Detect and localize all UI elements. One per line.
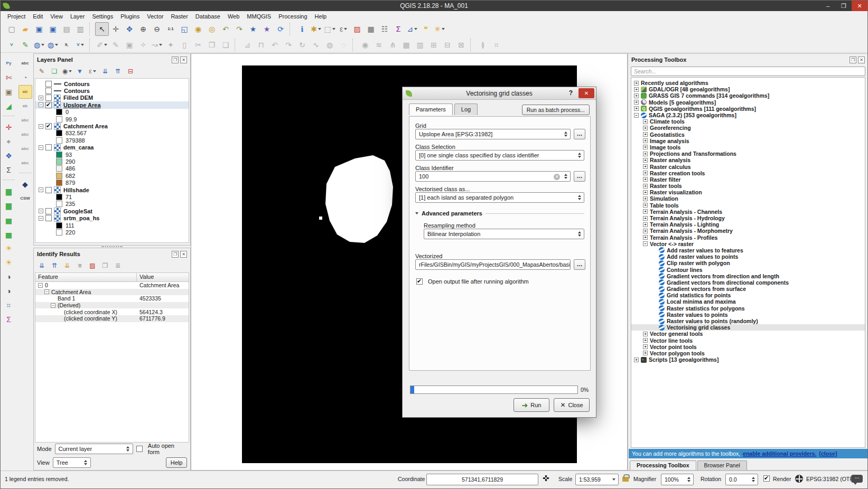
brightness-decrease-icon[interactable]: ☀	[2, 256, 16, 269]
select-by-expression-icon[interactable]: ε	[337, 22, 350, 36]
form-view-icon[interactable]: ≡	[74, 260, 86, 271]
legend-item[interactable]: 111	[35, 222, 189, 229]
enable-providers-link[interactable]: enable additional providers.	[743, 450, 816, 457]
annotation-icon[interactable]: ✳	[433, 22, 446, 36]
layer-checkbox[interactable]	[45, 81, 52, 87]
labeling-icon[interactable]: abc	[18, 57, 32, 70]
histogram-local-icon[interactable]: ▅	[2, 213, 16, 227]
run-button[interactable]: ➜ Run	[514, 398, 549, 412]
collapse-tree-icon[interactable]: ⇈	[49, 260, 60, 271]
run-as-batch-button[interactable]: Run as batch process...	[522, 105, 590, 115]
layer-checkbox[interactable]	[45, 123, 52, 129]
spinner-icon[interactable]	[562, 129, 569, 139]
search-input[interactable]	[631, 67, 865, 76]
algorithm-group[interactable]: +Climate tools	[631, 118, 865, 125]
expander-icon[interactable]: +	[643, 164, 648, 169]
cad-tools-icon[interactable]: ⊿	[240, 38, 254, 52]
close-panel-icon[interactable]: ✕	[180, 57, 187, 63]
expander-icon[interactable]: +	[643, 338, 648, 343]
cut-features-icon[interactable]: ✂	[191, 38, 205, 52]
layer-checkbox[interactable]	[45, 102, 52, 108]
histogram-full-icon[interactable]: ▆	[2, 184, 16, 198]
histogram-local-stretch-icon[interactable]: ▅	[2, 227, 16, 241]
layer-item[interactable]: −Hillshade	[35, 186, 189, 193]
merge-attributes-icon[interactable]: ⊟	[441, 38, 454, 52]
move-label-icon[interactable]: abc	[18, 128, 32, 142]
bookmarks-icon[interactable]: ★	[246, 22, 260, 36]
result-row[interactable]: (clicked coordinate X)564124.3	[35, 308, 189, 315]
expander-icon[interactable]: +	[643, 184, 648, 189]
spinner-icon[interactable]	[576, 229, 583, 239]
class-identifier-browse-button[interactable]: …	[574, 171, 585, 182]
layer-visibility-icon[interactable]: ◉	[61, 66, 73, 77]
expression-filter-icon[interactable]: ε	[87, 66, 98, 77]
remove-layer-icon[interactable]: ⊟	[125, 66, 136, 77]
toggle-editing-icon[interactable]: ✎	[109, 38, 123, 52]
algorithm-group[interactable]: +>_Scripts [13 geoalgorithms]	[631, 356, 865, 363]
edit-pencil-icon[interactable]: ✎	[18, 38, 32, 52]
layer-item[interactable]: +Filled DEM	[35, 95, 189, 101]
scale-select[interactable]: 1:53,959	[575, 474, 619, 485]
algorithm-group[interactable]: +Terrain Analysis - Lighting	[631, 221, 865, 228]
menu-raster[interactable]: Raster	[167, 12, 191, 21]
layer-checkbox[interactable]	[45, 95, 52, 101]
contrast-increase-icon[interactable]: ◑	[2, 270, 16, 284]
offset-curve-icon[interactable]: ≋	[372, 38, 386, 52]
expander-icon[interactable]: +	[634, 87, 639, 92]
resampling-select[interactable]: Bilinear Interpolation	[424, 229, 584, 239]
layer-checkbox[interactable]	[45, 144, 52, 151]
layer-checkbox[interactable]	[45, 208, 52, 214]
legend-item[interactable]: 235	[35, 201, 189, 208]
show-hidden-labels-icon[interactable]: abc	[18, 114, 32, 127]
result-row[interactable]: −Catchment Area	[35, 289, 189, 296]
algorithm-group[interactable]: +Vector polygon tools	[631, 350, 865, 356]
node-tool-icon[interactable]: ✦	[164, 38, 178, 52]
expander-icon[interactable]: −	[39, 216, 43, 221]
legend-item[interactable]: 220	[35, 229, 189, 236]
zoom-last-icon[interactable]: ↶	[219, 22, 232, 36]
result-row[interactable]: −(Derived)	[35, 302, 189, 309]
algorithm-group[interactable]: +Projections and Transformations	[631, 151, 865, 157]
dialog-title-bar[interactable]: Vectorising grid classes ? ✕	[403, 87, 596, 100]
cursor-position-icon[interactable]: ✜	[543, 474, 549, 483]
new-shapefile-icon[interactable]: V	[5, 38, 18, 52]
refresh-icon[interactable]: ⟳	[274, 22, 287, 36]
dialog-help-button[interactable]: ?	[569, 89, 573, 97]
expander-icon[interactable]: +	[643, 126, 648, 130]
zoom-full-icon[interactable]: ◱	[178, 22, 191, 36]
undo-icon[interactable]: ↶	[268, 38, 282, 52]
class-identifier-input[interactable]: 100 ✕	[415, 171, 571, 182]
identify-features-icon[interactable]: ℹ	[295, 22, 309, 36]
render-checkbox[interactable]	[763, 475, 770, 482]
tab-parameters[interactable]: Parameters	[409, 104, 453, 115]
vectorized-browse-button[interactable]: …	[574, 259, 585, 270]
layer-item[interactable]: −Upslope Area	[35, 101, 189, 108]
layer-item[interactable]: −GoogleSat	[35, 208, 189, 214]
print-icon[interactable]: ≣	[112, 260, 124, 271]
unpin-labels-icon[interactable]: ab	[18, 99, 32, 113]
dialog-close-icon[interactable]: ✕	[578, 88, 594, 98]
legend-item[interactable]: 682	[35, 172, 189, 179]
spinner-icon[interactable]	[125, 444, 132, 454]
expander-icon[interactable]: +	[643, 196, 648, 201]
menu-layer[interactable]: Layer	[67, 12, 89, 21]
dropdown-arrow-icon[interactable]	[610, 474, 617, 485]
menu-mmqgis[interactable]: MMQGIS	[243, 12, 275, 21]
menu-help[interactable]: Help	[311, 12, 331, 21]
view-select[interactable]: Tree	[53, 457, 91, 468]
layer-item[interactable]: −Catchment Area	[35, 123, 189, 129]
copy-features-icon[interactable]: ❐	[205, 38, 219, 52]
csw-icon[interactable]: CSW	[18, 192, 32, 205]
tab-log[interactable]: Log	[454, 104, 478, 115]
add-group-icon[interactable]: ❏	[49, 66, 60, 77]
expander-icon[interactable]: −	[634, 113, 639, 118]
legend-item[interactable]: 71	[35, 193, 189, 200]
value-column-header[interactable]: Value	[137, 273, 189, 281]
algorithm-group[interactable]: +Vector general tools	[631, 331, 865, 337]
magnifier-spinbox[interactable]: 100%	[661, 474, 694, 485]
legend-item[interactable]: 0	[35, 109, 189, 116]
legend-item[interactable]: 486	[35, 165, 189, 172]
change-label-icon[interactable]: abc	[18, 156, 32, 170]
algorithm-item[interactable]: Local minima and maxima	[631, 298, 865, 305]
expander-icon[interactable]: −	[39, 102, 43, 107]
